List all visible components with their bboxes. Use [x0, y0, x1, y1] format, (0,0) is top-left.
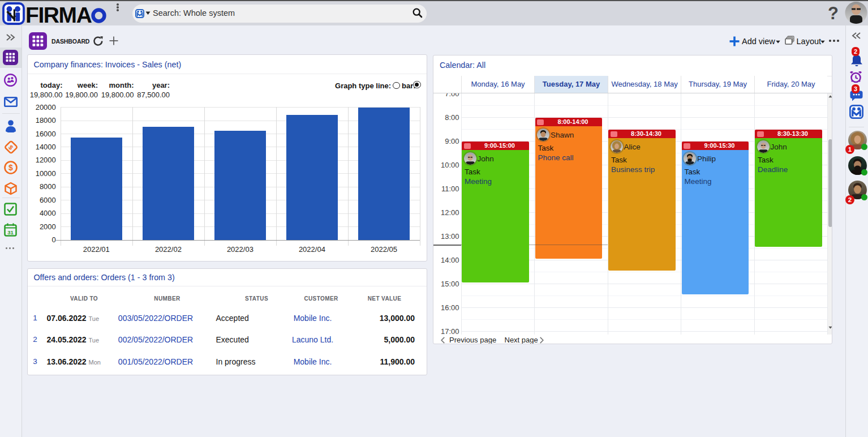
- svg-text:$: $: [8, 163, 13, 172]
- svg-text:31: 31: [7, 229, 14, 235]
